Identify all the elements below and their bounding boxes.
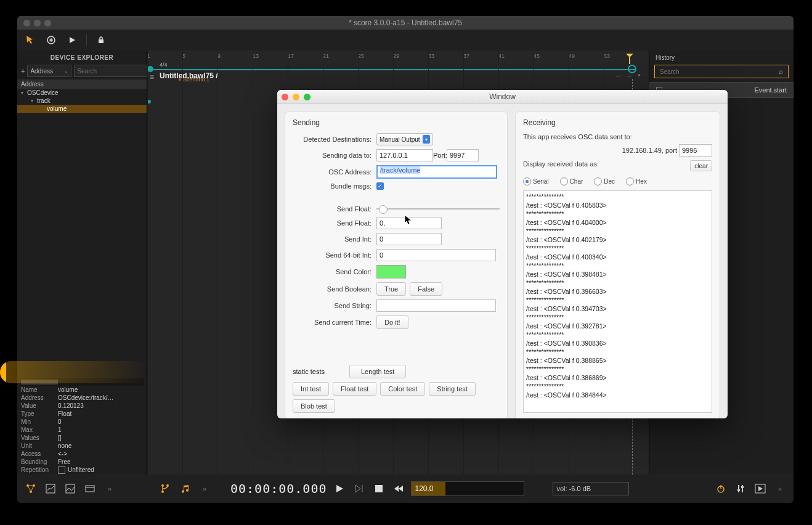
ruler-tick: 41: [498, 53, 505, 59]
rewind-button[interactable]: [391, 481, 406, 496]
log-line: ***************: [526, 210, 709, 218]
play-tool-icon[interactable]: [65, 33, 79, 47]
log-line: ***************: [526, 279, 709, 287]
play-section-button[interactable]: [352, 481, 367, 496]
test-button[interactable]: Float test: [333, 382, 376, 396]
timecode: 00:00:00.000: [230, 481, 327, 496]
chart-icon[interactable]: [43, 481, 58, 496]
history-title: History: [649, 51, 794, 65]
test-button[interactable]: Int test: [293, 382, 329, 396]
address-mode-select[interactable]: Address⌄: [27, 65, 71, 77]
doit-button[interactable]: Do it!: [376, 315, 408, 329]
test-button[interactable]: Blob test: [293, 399, 335, 413]
output-icon[interactable]: [753, 481, 768, 496]
pointer-tool-icon[interactable]: [23, 33, 37, 47]
bundle-checkbox[interactable]: ✓: [376, 182, 384, 190]
more-icon[interactable]: »: [102, 481, 117, 496]
display-mode-radio[interactable]: Serial: [523, 177, 549, 185]
tree-h-scrollbar[interactable]: [20, 378, 144, 386]
float-slider[interactable]: [376, 205, 500, 213]
log-line: ***************: [526, 227, 709, 235]
ruler-tick: 33: [428, 53, 434, 59]
device-tree: ▾OSCdevice ▾track volume: [17, 89, 147, 113]
destinations-select[interactable]: Manual Output▾: [376, 133, 433, 145]
tempo-field[interactable]: 120.0: [411, 481, 524, 496]
history-search[interactable]: ⌕: [654, 65, 789, 78]
lock-icon[interactable]: [94, 33, 108, 47]
false-button[interactable]: False: [410, 282, 442, 296]
interval-line[interactable]: [147, 69, 635, 70]
color-swatch[interactable]: [376, 265, 406, 279]
trigger-marker[interactable]: [625, 53, 634, 64]
hamburger-icon[interactable]: ≡: [150, 73, 154, 81]
test-button[interactable]: String test: [429, 382, 476, 396]
ruler-tick: 17: [288, 53, 294, 59]
add-device-button[interactable]: +: [21, 67, 25, 75]
log-line: /test : <OSCVal f 0.388865>: [526, 356, 709, 365]
log-line: ***************: [526, 261, 709, 270]
more2-icon[interactable]: »: [197, 481, 212, 496]
history-search-input[interactable]: [659, 68, 777, 76]
ruler-tick: 49: [569, 53, 575, 59]
tree-node-device[interactable]: ▾OSCdevice: [17, 89, 147, 97]
log-line: ***************: [526, 296, 709, 304]
log-line: /test : <OSCVal f 0.392781>: [526, 322, 709, 330]
string-input[interactable]: [376, 299, 496, 312]
graph-icon[interactable]: [23, 481, 38, 496]
osc-address-input[interactable]: /track/volume: [376, 165, 497, 179]
prop-max: 1: [58, 426, 62, 433]
int-input[interactable]: [376, 233, 442, 245]
ruler-tick: 25: [358, 53, 364, 59]
oscaddr-label: OSC Address:: [293, 168, 376, 176]
display-mode-radio[interactable]: Hex: [626, 177, 647, 185]
add-icon[interactable]: [44, 33, 58, 47]
volume-display[interactable]: vol: -6.0 dB: [553, 482, 629, 495]
clear-button[interactable]: clear: [690, 160, 712, 171]
svg-rect-19: [737, 489, 740, 491]
branch-icon[interactable]: [158, 481, 173, 496]
receiving-port-input[interactable]: [679, 144, 712, 157]
display-mode-radio[interactable]: Char: [560, 177, 583, 185]
display-mode-radio[interactable]: Dec: [594, 177, 615, 185]
time-label: Send current Time:: [293, 319, 376, 326]
receiving-info: This app receives OSC data sent to:: [523, 133, 712, 140]
log-line: /test : <OSCVal f 0.386869>: [526, 373, 709, 382]
window-icon[interactable]: [83, 481, 97, 496]
mixer-icon[interactable]: [733, 481, 748, 496]
start-node[interactable]: [147, 66, 153, 72]
prop-bounding: Free: [58, 458, 71, 465]
image-icon[interactable]: [63, 481, 78, 496]
repetition-checkbox[interactable]: [58, 466, 65, 474]
time-signature: 4/4: [160, 62, 168, 68]
osc-tester-window: Window Sending Detected Destinations: Ma…: [277, 90, 728, 418]
ruler-tick: 13: [253, 53, 259, 59]
more3-icon[interactable]: »: [773, 481, 787, 496]
receive-log[interactable]: ***************/test : <OSCVal f 0.40580…: [523, 190, 712, 413]
true-button[interactable]: True: [376, 282, 406, 296]
play-button[interactable]: [332, 481, 347, 496]
prop-name: volume: [58, 386, 78, 393]
float-slider-label: Send Float:: [293, 205, 376, 213]
time-ruler[interactable]: 4/4 1591317212529333741454953: [147, 51, 649, 71]
device-search-input[interactable]: [74, 65, 158, 77]
receiving-panel: Receiving This app receives OSC data sen…: [515, 112, 720, 418]
music-icon[interactable]: [177, 481, 192, 496]
prop-unit: none: [58, 442, 71, 449]
tree-node-volume[interactable]: volume: [17, 105, 147, 113]
tree-node-track[interactable]: ▾track: [17, 97, 147, 105]
length-test-button[interactable]: Length test: [349, 365, 406, 378]
port-input[interactable]: [447, 149, 479, 161]
test-button[interactable]: Color test: [380, 382, 425, 396]
power-icon[interactable]: [713, 481, 728, 496]
grid-line: [182, 51, 183, 474]
log-line: ***************: [526, 244, 709, 253]
log-line: /test : <OSCVal f 0.394703>: [526, 304, 709, 313]
stop-button[interactable]: [371, 481, 386, 496]
ip-input[interactable]: [376, 149, 433, 161]
prop-repetition: Unfiltered: [68, 466, 94, 474]
osc-titlebar[interactable]: Window: [277, 90, 728, 104]
grid-line: [217, 51, 218, 474]
prop-values: []: [58, 434, 62, 441]
int64-input[interactable]: [376, 249, 496, 261]
search-icon[interactable]: ⌕: [777, 67, 784, 76]
